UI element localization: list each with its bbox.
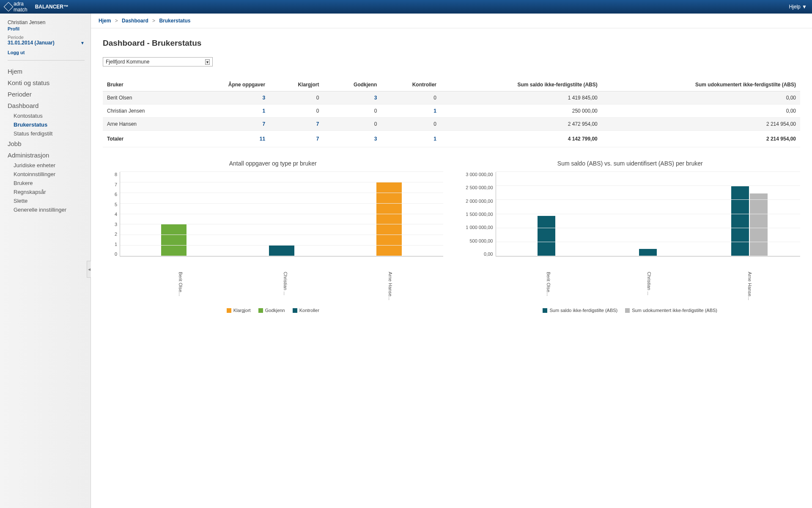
- bar: [731, 186, 749, 256]
- bar: [639, 249, 657, 256]
- divider: [8, 60, 85, 61]
- legend-godkjenn: Godkjenn: [258, 308, 285, 313]
- nav-status-ferdigstilt[interactable]: Status ferdigstilt: [8, 129, 85, 138]
- sidebar-collapse-handle[interactable]: ◀: [87, 261, 91, 278]
- table-row[interactable]: Arne Hansen 7 7 0 0 2 472 954,00 2 214 9…: [103, 118, 800, 131]
- x-label: Arne Hanse...: [747, 272, 752, 300]
- bar: [269, 246, 294, 256]
- breadcrumb-sep: >: [152, 18, 155, 24]
- period-selector[interactable]: 31.01.2014 (Januar) ▼: [8, 40, 85, 46]
- cell-bruker: Arne Hansen: [103, 118, 187, 131]
- cell-kontroller[interactable]: 1: [381, 105, 441, 118]
- logout-link[interactable]: Logg ut: [8, 50, 85, 55]
- nav-konti[interactable]: Konti og status: [8, 77, 85, 88]
- bar: [161, 224, 187, 256]
- th-klargjort[interactable]: Klargjort: [269, 78, 323, 91]
- bar-group: [496, 216, 598, 256]
- main: Hjem > Dashboard > Brukerstatus Dashboar…: [91, 14, 812, 508]
- profile-link[interactable]: Profil: [8, 26, 85, 31]
- entity-select-value: Fjellfjord Kommune: [106, 59, 149, 65]
- breadcrumb-brukerstatus[interactable]: Brukerstatus: [159, 18, 190, 24]
- nav-kontoinnstillinger[interactable]: Kontoinnstillinger: [8, 170, 85, 179]
- chart2-x-labels: Berit Olse...Christian ...Arne Hanse...: [498, 272, 801, 300]
- th-saldo[interactable]: Sum saldo ikke-ferdigstilte (ABS): [441, 78, 602, 91]
- chart2-plot: [496, 172, 801, 257]
- chart-tasks-per-user: Antall oppgaver og type pr bruker 876543…: [103, 160, 443, 313]
- cell-udok: 0,00: [602, 91, 800, 105]
- sidebar: Christian Jensen Profil Periode 31.01.20…: [0, 14, 91, 508]
- nav-hjem[interactable]: Hjem: [8, 66, 85, 77]
- legend-klargjort: Klargjort: [227, 308, 251, 313]
- table-row[interactable]: Christian Jensen 1 0 0 1 250 000,00 0,00: [103, 105, 800, 118]
- bar-group: [120, 224, 228, 256]
- legend-saldo: Sum saldo ikke-ferdigstilte (ABS): [543, 308, 617, 313]
- legend-kontroller: Kontroller: [293, 308, 319, 313]
- logo[interactable]: adramatch: [5, 1, 27, 13]
- nav-juridiske[interactable]: Juridiske enheter: [8, 161, 85, 170]
- cell-apne[interactable]: 7: [187, 118, 269, 131]
- cell-udok: 0,00: [602, 105, 800, 118]
- topbar: adramatch BALANCER™ Hjelp ▼: [0, 0, 812, 14]
- totals-apne[interactable]: 11: [187, 131, 269, 147]
- totals-godkjenn[interactable]: 3: [323, 131, 381, 147]
- nav-regnskapsar[interactable]: Regnskapsår: [8, 188, 85, 196]
- totals-saldo: 4 142 799,00: [441, 131, 602, 147]
- chart1-legend: Klargjort Godkjenn Kontroller: [103, 308, 443, 313]
- th-apne[interactable]: Åpne oppgaver: [187, 78, 269, 91]
- nav-administrasjon[interactable]: Administrasjon: [8, 149, 85, 161]
- nav-generelle[interactable]: Generelle innstillinger: [8, 205, 85, 214]
- user-name: Christian Jensen: [8, 19, 85, 25]
- cell-godkjenn[interactable]: 3: [323, 91, 381, 105]
- x-label: Christian ...: [647, 272, 652, 300]
- nav-dashboard[interactable]: Dashboard: [8, 100, 85, 111]
- chart1-plot: [120, 172, 443, 257]
- nav-perioder[interactable]: Perioder: [8, 88, 85, 100]
- logo-text: adramatch: [14, 1, 27, 13]
- nav-jobb[interactable]: Jobb: [8, 138, 85, 149]
- totals-udok: 2 214 954,00: [602, 131, 800, 147]
- chart2-title: Sum saldo (ABS) vs. sum uidentifisert (A…: [460, 160, 801, 167]
- cell-godkjenn: 0: [323, 105, 381, 118]
- breadcrumb: Hjem > Dashboard > Brukerstatus: [91, 14, 812, 28]
- x-label: Berit Olse...: [178, 272, 183, 300]
- chevron-down-icon: ▼: [80, 41, 85, 45]
- cell-udok: 2 214 954,00: [602, 118, 800, 131]
- chart1-y-axis: 876543210: [103, 172, 120, 257]
- nav-brukerstatus[interactable]: Brukerstatus: [8, 120, 85, 129]
- table-totals: Totaler 11 7 3 1 4 142 799,00 2 214 954,…: [103, 131, 800, 147]
- cell-apne[interactable]: 3: [187, 91, 269, 105]
- cell-godkjenn: 0: [323, 118, 381, 131]
- table-row[interactable]: Berit Olsen 3 0 3 0 1 419 845,00 0,00: [103, 91, 800, 105]
- x-label: Arne Hanse...: [388, 272, 393, 300]
- help-menu[interactable]: Hjelp ▼: [789, 4, 807, 10]
- dropdown-icon: ▾: [205, 59, 210, 65]
- x-label: Christian ...: [283, 272, 288, 300]
- nav-kontostatus[interactable]: Kontostatus: [8, 111, 85, 120]
- entity-select[interactable]: Fjellfjord Kommune ▾: [103, 57, 213, 66]
- cell-klargjort: 0: [269, 105, 323, 118]
- chart1-title: Antall oppgaver og type pr bruker: [103, 160, 443, 167]
- breadcrumb-hjem[interactable]: Hjem: [99, 18, 111, 24]
- x-label: Berit Olse...: [546, 272, 551, 300]
- cell-saldo: 1 419 845,00: [441, 91, 602, 105]
- cell-saldo: 250 000,00: [441, 105, 602, 118]
- chart1-x-labels: Berit Olse...Christian ...Arne Hanse...: [128, 272, 443, 300]
- cell-apne[interactable]: 1: [187, 105, 269, 118]
- totals-klargjort[interactable]: 7: [269, 131, 323, 147]
- breadcrumb-dashboard[interactable]: Dashboard: [122, 18, 148, 24]
- th-godkjenn[interactable]: Godkjenn: [323, 78, 381, 91]
- nav-brukere[interactable]: Brukere: [8, 179, 85, 188]
- nav-slette[interactable]: Slette: [8, 196, 85, 205]
- th-bruker[interactable]: Bruker: [103, 78, 187, 91]
- th-kontroller[interactable]: Kontroller: [381, 78, 441, 91]
- app-name: BALANCER™: [35, 4, 69, 10]
- cell-klargjort[interactable]: 7: [269, 118, 323, 131]
- page-title: Dashboard - Brukerstatus: [103, 39, 800, 48]
- user-status-table: Bruker Åpne oppgaver Klargjort Godkjenn …: [103, 78, 800, 147]
- totals-label: Totaler: [103, 131, 187, 147]
- th-udok[interactable]: Sum udokumentert ikke-ferdigstilte (ABS): [602, 78, 800, 91]
- cell-kontroller: 0: [381, 118, 441, 131]
- cell-bruker: Christian Jensen: [103, 105, 187, 118]
- cell-saldo: 2 472 954,00: [441, 118, 602, 131]
- totals-kontroller[interactable]: 1: [381, 131, 441, 147]
